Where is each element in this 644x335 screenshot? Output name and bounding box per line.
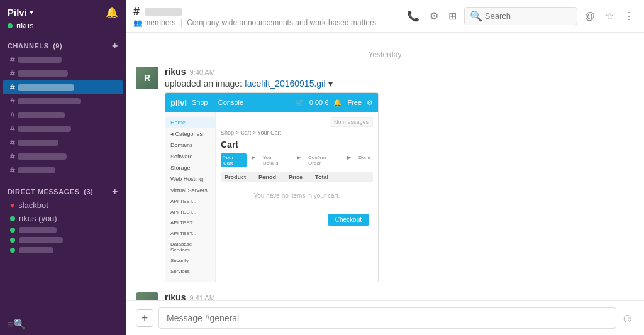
channel-hash-icon: # <box>10 124 15 134</box>
channel-title-hash: # <box>133 5 140 18</box>
menu-search-icon: ≡🔍 <box>8 318 26 330</box>
bell-icon[interactable]: 🔔 <box>106 6 118 18</box>
image-link-1[interactable]: facelift_20160915.gif <box>245 79 326 89</box>
channel-hash-icon: # <box>10 138 15 148</box>
channel-name-bar <box>18 140 58 146</box>
channel-name-bar <box>18 84 74 91</box>
sidebar: Pilvi ▾ 🔔 rikus CHANNELS (9) + # # # # #… <box>0 0 126 335</box>
dm-name-bar <box>19 237 63 243</box>
channel-hash-icon: # <box>10 55 15 65</box>
message-input[interactable] <box>158 307 616 329</box>
dm-item[interactable] <box>3 225 123 235</box>
add-attachment-button[interactable]: + <box>136 309 153 327</box>
message-time-2: 9:41 AM <box>189 294 214 300</box>
pilvi-screenshot-1: pilvi Shop Console 🛒 0.00 € 🔔 Free ⚙ <box>165 92 379 282</box>
avatar-rikus-1: R <box>136 67 158 89</box>
dm-section-header: DIRECT MESSAGES (3) + <box>0 182 126 199</box>
channel-item[interactable]: # <box>3 122 123 136</box>
no-messages-bubble: No messages <box>330 117 373 127</box>
topbar: # 👥 members | Company-wide announcements… <box>126 0 644 33</box>
chevron-down-icon: ▾ <box>30 8 33 16</box>
pilvi-sidebar: Home ◂ Categories Domains Software Stora… <box>165 112 216 282</box>
message-author-1: rikus <box>165 67 186 77</box>
main-content: # 👥 members | Company-wide announcements… <box>126 0 644 335</box>
message-2: R rikus 9:41 AM uploaded an image: facel… <box>136 292 634 300</box>
dm-name-bar <box>19 227 57 233</box>
channel-item[interactable]: # <box>3 136 123 150</box>
layout-icon[interactable]: ⊞ <box>446 8 459 25</box>
message-input-area: + ☺ <box>126 300 644 335</box>
sidebar-header: Pilvi ▾ 🔔 <box>0 0 126 21</box>
message-content-1: rikus 9:40 AM uploaded an image: facelif… <box>165 67 634 282</box>
channel-name-bar <box>18 98 80 104</box>
sidebar-bottom[interactable]: ≡🔍 <box>0 313 126 335</box>
channel-hash-icon: # <box>10 165 15 175</box>
star-icon[interactable]: ☆ <box>602 8 616 25</box>
channel-item[interactable]: # <box>3 53 123 67</box>
search-input[interactable] <box>485 11 567 21</box>
channel-item[interactable]: # <box>3 163 123 177</box>
username-label: rikus <box>16 21 33 30</box>
channels-label: CHANNELS (9) <box>8 42 62 50</box>
at-icon[interactable]: @ <box>582 8 597 25</box>
more-icon[interactable]: ⋮ <box>621 8 636 25</box>
channel-hash-icon: # <box>10 69 15 79</box>
online-dot-icon <box>10 248 15 253</box>
add-dm-icon[interactable]: + <box>112 186 118 197</box>
channel-hash-icon: # <box>10 82 15 92</box>
dm-name-bar <box>19 247 53 253</box>
channel-item[interactable]: # <box>3 108 123 122</box>
add-channel-icon[interactable]: + <box>112 40 118 52</box>
dm-item[interactable] <box>3 235 123 245</box>
emoji-button[interactable]: ☺ <box>621 311 634 326</box>
channel-hash-icon: # <box>10 96 15 106</box>
message-header-2: rikus 9:41 AM <box>165 292 634 300</box>
online-dot-icon <box>10 216 15 221</box>
channel-name-bar <box>18 57 62 63</box>
channel-hash-icon: # <box>10 110 15 120</box>
app-name[interactable]: Pilvi ▾ <box>8 7 33 18</box>
sidebar-user: rikus <box>0 21 126 36</box>
avatar-rikus-2: R <box>136 292 158 300</box>
channel-name-bar <box>18 112 65 118</box>
topbar-icons: 📞 ⚙ ⊞ 🔍 @ ☆ ⋮ <box>404 7 636 25</box>
phone-icon[interactable]: 📞 <box>404 8 422 25</box>
online-status-dot <box>8 23 13 28</box>
channel-title-area: # 👥 members | Company-wide announcements… <box>133 5 399 27</box>
message-author-2: rikus <box>165 292 186 300</box>
message-1: R rikus 9:40 AM uploaded an image: facel… <box>136 67 634 282</box>
search-icon: 🔍 <box>470 10 482 22</box>
dm-label: DIRECT MESSAGES (3) <box>8 188 93 195</box>
dm-item[interactable] <box>3 245 123 255</box>
app-name-label: Pilvi <box>8 7 27 18</box>
channel-item[interactable]: # <box>3 150 123 163</box>
dm-item-rikus[interactable]: rikus (you) <box>3 212 123 225</box>
channel-title-top: # <box>133 5 399 18</box>
gear-icon[interactable]: ⚙ <box>427 8 441 25</box>
channel-description: 👥 members | Company-wide announcements a… <box>133 18 399 27</box>
channel-hash-icon: # <box>10 151 15 162</box>
channel-name-bar <box>18 167 55 173</box>
messages-area: Yesterday R rikus 9:40 AM uploaded an im… <box>126 33 644 300</box>
channel-name-bar <box>18 126 71 132</box>
checkout-button[interactable]: Checkout <box>328 214 369 226</box>
dm-name: slackbot <box>18 200 48 210</box>
pilvi-logo: pilvi <box>170 98 187 107</box>
channel-name-bar <box>18 153 67 160</box>
search-box[interactable]: 🔍 <box>464 7 577 25</box>
dm-item-slackbot[interactable]: ♥ slackbot <box>3 199 123 212</box>
dm-name: rikus (you) <box>19 214 57 223</box>
channel-name-bar <box>18 70 68 77</box>
channel-item-active[interactable]: # <box>3 80 123 94</box>
message-time-1: 9:40 AM <box>189 69 214 76</box>
online-dot-icon <box>10 228 15 233</box>
channel-item[interactable]: # <box>3 94 123 108</box>
heart-icon: ♥ <box>10 201 14 210</box>
channel-item[interactable]: # <box>3 67 123 80</box>
message-content-2: rikus 9:41 AM uploaded an image: facelif… <box>165 292 634 300</box>
message-text-1: uploaded an image: facelift_20160915.gif… <box>165 79 634 89</box>
pilvi-topbar: pilvi Shop Console 🛒 0.00 € 🔔 Free ⚙ <box>165 93 378 112</box>
message-header-1: rikus 9:40 AM <box>165 67 634 77</box>
online-dot-icon <box>10 238 15 243</box>
day-divider: Yesterday <box>136 50 634 59</box>
